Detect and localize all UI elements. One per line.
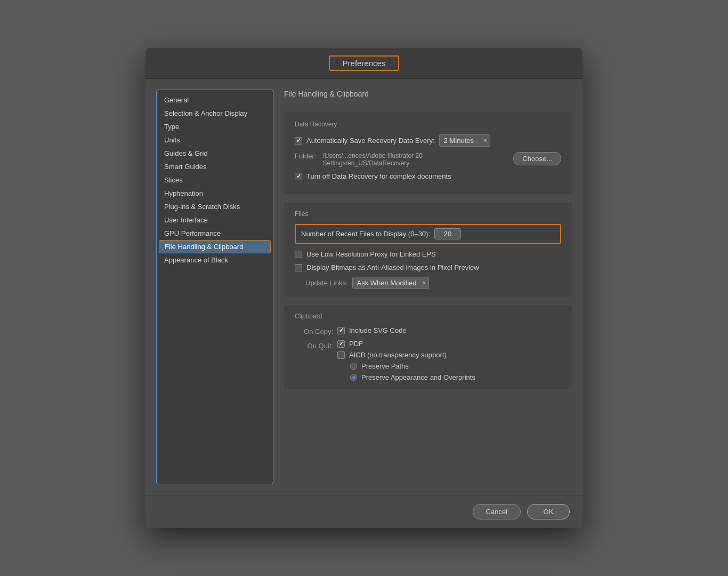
aicb-label: AICB (no transparency support) <box>349 351 447 359</box>
files-panel: Files Number of Recent Files to Display … <box>284 203 572 297</box>
update-links-select[interactable]: Ask When Modified Automatically Manually <box>352 277 429 289</box>
sidebar-item-file-handling[interactable]: File Handling & Clipboard <box>159 240 271 253</box>
section-title: File Handling & Clipboard <box>284 90 572 98</box>
on-quit-val: PDF AICB (no transparency support) Prese… <box>337 340 561 381</box>
folder-label: Folder: <box>295 152 316 160</box>
sidebar-item-user-interface[interactable]: User Interface <box>157 213 273 227</box>
aicb-row: AICB (no transparency support) <box>337 351 561 359</box>
folder-row: Folder: /Users/...ences/Adobe Illustrato… <box>295 152 561 167</box>
pdf-row: PDF <box>337 340 561 348</box>
include-svg-row: Include SVG Code <box>337 326 561 334</box>
dialog-body: General Selection & Anchor Display Type … <box>145 79 583 495</box>
sidebar-item-slices[interactable]: Slices <box>157 173 273 187</box>
turn-off-label: Turn off Data Recovery for complex docum… <box>306 172 451 180</box>
recent-files-row: Number of Recent Files to Display (0–30)… <box>295 224 561 244</box>
preserve-paths-radio[interactable] <box>350 363 357 370</box>
clipboard-title: Clipboard <box>295 313 561 320</box>
preserve-appearance-radio[interactable] <box>350 374 357 381</box>
display-bitmaps-label: Display Bitmaps as Anti-Aliased images i… <box>306 263 479 271</box>
title-bar: Preferences <box>145 48 583 79</box>
sidebar-item-general[interactable]: General <box>157 93 273 107</box>
sidebar-item-hyphenation[interactable]: Hyphenation <box>157 187 273 200</box>
auto-save-label: Automatically Save Recovery Data Every: <box>306 137 435 145</box>
data-recovery-panel: Data Recovery Automatically Save Recover… <box>284 112 572 194</box>
sidebar-item-plug-ins[interactable]: Plug-ins & Scratch Disks <box>157 200 273 213</box>
files-title: Files <box>295 210 561 218</box>
choose-button[interactable]: Choose... <box>513 152 561 165</box>
low-res-checkbox[interactable] <box>295 251 302 258</box>
data-recovery-title: Data Recovery <box>295 121 561 128</box>
recent-files-label: Number of Recent Files to Display (0–30)… <box>301 230 430 238</box>
on-copy-key: On Copy: <box>295 326 337 335</box>
turn-off-checkbox[interactable] <box>295 173 302 180</box>
pdf-checkbox[interactable] <box>337 340 345 348</box>
sidebar-item-appearance-black[interactable]: Appearance of Black <box>157 253 273 267</box>
ok-button[interactable]: OK <box>527 504 570 519</box>
preserve-appearance-label: Preserve Appearance and Overprints <box>361 373 475 381</box>
dialog-title: Preferences <box>329 55 400 71</box>
sidebar: General Selection & Anchor Display Type … <box>156 90 273 484</box>
sidebar-item-gpu-performance[interactable]: GPU Performance <box>157 227 273 240</box>
update-links-row: Update Links: Ask When Modified Automati… <box>295 277 561 289</box>
sidebar-item-units[interactable]: Units <box>157 133 273 147</box>
preferences-dialog: Preferences General Selection & Anchor D… <box>145 48 583 528</box>
preserve-paths-row: Preserve Paths <box>350 362 561 370</box>
sidebar-item-smart-guides[interactable]: Smart Guides <box>157 160 273 173</box>
pdf-label: PDF <box>349 340 363 348</box>
update-links-select-wrapper: Ask When Modified Automatically Manually <box>352 277 429 289</box>
low-res-row: Use Low Resolution Proxy for Linked EPS <box>295 250 561 258</box>
update-links-label: Update Links: <box>305 279 348 287</box>
display-bitmaps-row: Display Bitmaps as Anti-Aliased images i… <box>295 263 561 271</box>
auto-save-row: Automatically Save Recovery Data Every: … <box>295 134 561 147</box>
cancel-button[interactable]: Cancel <box>473 504 521 519</box>
auto-save-checkbox[interactable] <box>295 137 302 145</box>
preserve-paths-label: Preserve Paths <box>361 362 409 370</box>
main-content: File Handling & Clipboard Data Recovery … <box>284 90 572 484</box>
sidebar-item-type[interactable]: Type <box>157 120 273 133</box>
on-quit-key: On Quit: <box>295 340 337 381</box>
folder-path: /Users/...ences/Adobe Illustrator 20 Set… <box>322 152 504 167</box>
recent-files-input[interactable] <box>434 228 461 239</box>
auto-save-select-wrapper: 2 Minutes 1 Minute 5 Minutes 10 Minutes … <box>439 134 490 147</box>
auto-save-select[interactable]: 2 Minutes 1 Minute 5 Minutes 10 Minutes … <box>439 134 490 147</box>
include-svg-label: Include SVG Code <box>349 326 407 334</box>
clipboard-panel: Clipboard On Copy: Include SVG Code On Q… <box>284 305 572 389</box>
sidebar-item-selection-anchor[interactable]: Selection & Anchor Display <box>157 107 273 120</box>
display-bitmaps-checkbox[interactable] <box>295 264 302 271</box>
preserve-appearance-row: Preserve Appearance and Overprints <box>350 373 561 381</box>
turn-off-row: Turn off Data Recovery for complex docum… <box>295 172 561 180</box>
aicb-checkbox[interactable] <box>337 351 345 359</box>
on-copy-val: Include SVG Code <box>337 326 561 335</box>
clipboard-grid: On Copy: Include SVG Code On Quit: PDF <box>295 326 561 381</box>
sidebar-item-guides-grid[interactable]: Guides & Grid <box>157 147 273 160</box>
include-svg-checkbox[interactable] <box>337 327 345 334</box>
dialog-footer: Cancel OK <box>145 495 583 528</box>
low-res-label: Use Low Resolution Proxy for Linked EPS <box>306 250 436 258</box>
